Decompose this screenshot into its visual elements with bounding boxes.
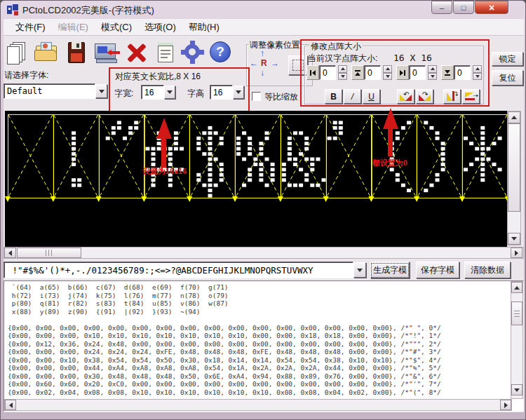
maximize-icon: □ bbox=[461, 4, 466, 12]
title-bar[interactable]: PCtoLCD2002完美版-(字符模式) – □ × bbox=[1, 1, 526, 19]
chevron-down-icon bbox=[167, 90, 173, 94]
char-width-combobox[interactable]: 16 bbox=[141, 85, 164, 100]
offset-right-spinner[interactable] bbox=[428, 65, 437, 80]
grip-icon bbox=[514, 311, 520, 317]
ratio-text: 对应英文长宽比,8 X 16 bbox=[115, 71, 201, 83]
current-matrix-value: 16 X 16 bbox=[393, 53, 432, 63]
move-right-icon[interactable]: → bbox=[271, 59, 279, 67]
output-text[interactable]: `(64) a(65) b(66) c(67) d(68) e(69) f(70… bbox=[8, 283, 509, 397]
underline-button[interactable]: U bbox=[363, 89, 380, 104]
pixel-position-title: 调整像素位置 bbox=[248, 39, 302, 51]
font-select-label: 请选择字体: bbox=[4, 69, 48, 81]
menu-mode[interactable]: 模式(C) bbox=[95, 19, 138, 36]
arrow-left-icon bbox=[9, 402, 13, 408]
offset-bottom-icon[interactable] bbox=[441, 65, 454, 80]
lock-button[interactable]: 锁定 bbox=[492, 52, 523, 66]
offset-bottom-spinner[interactable] bbox=[473, 65, 482, 80]
char-height-combobox[interactable]: 16 bbox=[210, 85, 233, 100]
output-vscroll-thumb[interactable] bbox=[511, 302, 522, 325]
offset-bottom-field[interactable]: 0 bbox=[454, 65, 471, 80]
save-button[interactable] bbox=[65, 40, 89, 65]
offset-top-field[interactable]: 0 bbox=[364, 65, 381, 80]
scroll-left-button[interactable] bbox=[5, 400, 16, 410]
dot-matrix-canvas[interactable] bbox=[5, 111, 507, 247]
output-vscrollbar[interactable] bbox=[511, 281, 523, 399]
arrow-left-icon bbox=[8, 250, 12, 256]
char-width-dropdown-button[interactable] bbox=[164, 86, 175, 99]
rotate-right-button[interactable]: ↷ bbox=[416, 89, 433, 104]
menu-file[interactable]: 文件(F) bbox=[9, 19, 52, 36]
menu-help[interactable]: 帮助(H) bbox=[182, 19, 226, 36]
offset-left-value: 0 bbox=[323, 68, 328, 78]
export-button[interactable] bbox=[93, 40, 121, 65]
char-height-dropdown-button[interactable] bbox=[233, 86, 244, 99]
scroll-right-button[interactable] bbox=[500, 400, 511, 410]
menu-options[interactable]: 选项(O) bbox=[138, 19, 182, 36]
settings-button[interactable] bbox=[180, 40, 205, 65]
flip-horizontal-button[interactable]: ⇢ bbox=[462, 89, 480, 104]
rotate-left-button[interactable]: ↶ bbox=[397, 89, 414, 104]
scroll-left-button[interactable] bbox=[4, 248, 16, 258]
arrow-right-icon bbox=[504, 402, 508, 408]
menu-bar: 文件(F) 编辑(E) 模式(C) 选项(O) 帮助(H) bbox=[4, 19, 524, 36]
generate-button[interactable]: 生成字模 bbox=[370, 262, 410, 278]
canvas-hscrollbar[interactable] bbox=[4, 247, 524, 259]
save-font-button[interactable]: 保存字模 bbox=[416, 262, 459, 278]
open-button[interactable] bbox=[34, 40, 60, 65]
close-button[interactable]: × bbox=[475, 1, 508, 14]
menu-edit: 编辑(E) bbox=[52, 19, 95, 36]
close-icon: × bbox=[489, 2, 494, 13]
flip-vertical-button[interactable]: ↴ bbox=[443, 89, 461, 104]
proportional-scale-checkbox[interactable] bbox=[252, 92, 261, 101]
offset-top-spinner[interactable] bbox=[383, 65, 392, 80]
canvas-hscroll-thumb[interactable] bbox=[17, 248, 81, 258]
font-select-dropdown-button[interactable] bbox=[95, 84, 107, 98]
bold-button[interactable]: B bbox=[325, 89, 342, 104]
char-width-value: 16 bbox=[144, 88, 154, 97]
chevron-down-icon bbox=[99, 90, 104, 93]
move-left-icon[interactable]: ← bbox=[250, 59, 258, 67]
help-button[interactable]: ? bbox=[208, 40, 234, 65]
italic-button[interactable]: / bbox=[344, 89, 361, 104]
minimize-button[interactable]: – bbox=[431, 1, 452, 14]
output-area[interactable]: `(64) a(65) b(66) c(67) d(68) e(69) f(70… bbox=[4, 280, 524, 412]
canvas-vscrollbar[interactable] bbox=[507, 111, 521, 245]
clear-data-button[interactable]: 清除数据 bbox=[464, 262, 511, 278]
offset-left-icon[interactable] bbox=[306, 65, 319, 80]
offset-left-spinner[interactable] bbox=[338, 65, 347, 80]
reset-button[interactable]: 复位 bbox=[492, 70, 523, 86]
scroll-down-button[interactable] bbox=[511, 384, 522, 395]
offset-right-field[interactable]: 0 bbox=[409, 65, 426, 80]
scroll-down-button[interactable] bbox=[508, 233, 520, 245]
font-select-combobox[interactable]: Default bbox=[4, 83, 95, 99]
arrow-down-icon bbox=[511, 237, 517, 241]
arrow-right-icon bbox=[515, 250, 518, 256]
current-matrix-label: 当前汉字点阵大小: bbox=[308, 53, 377, 65]
arrow-down-icon bbox=[514, 388, 520, 392]
new-button[interactable] bbox=[6, 40, 30, 65]
char-height-value: 16 bbox=[213, 88, 222, 97]
scroll-up-button[interactable] bbox=[511, 282, 522, 293]
move-up-icon[interactable]: ↑ bbox=[260, 49, 264, 57]
offset-top-icon[interactable] bbox=[351, 65, 364, 80]
annotation-arrow-1 bbox=[156, 118, 172, 139]
move-down-icon[interactable]: ↓ bbox=[260, 69, 264, 77]
output-hscrollbar[interactable] bbox=[4, 399, 512, 411]
annotation-note-2: 都设置为0 bbox=[372, 158, 407, 168]
scroll-up-button[interactable] bbox=[508, 111, 520, 123]
offset-bottom-value: 0 bbox=[457, 68, 462, 78]
offset-left-field[interactable]: 0 bbox=[319, 65, 336, 80]
grip-icon bbox=[46, 250, 53, 256]
notes-button[interactable] bbox=[155, 40, 177, 65]
charlist-combobox[interactable]: !"#$%&'()*+,-./0123456789:;<=>?@ABCDEFGH… bbox=[4, 262, 353, 278]
charlist-dropdown-button[interactable] bbox=[353, 262, 366, 278]
scroll-right-button[interactable] bbox=[511, 248, 522, 258]
reset-center-label[interactable]: R bbox=[261, 58, 267, 68]
canvas-vscroll-thumb[interactable] bbox=[508, 123, 520, 212]
app-icon bbox=[7, 4, 18, 15]
chevron-down-icon bbox=[236, 90, 241, 94]
maximize-button[interactable]: □ bbox=[453, 1, 474, 14]
offset-right-icon[interactable] bbox=[396, 65, 409, 80]
delete-button[interactable] bbox=[124, 40, 149, 65]
font-select-value: Default bbox=[7, 86, 43, 96]
